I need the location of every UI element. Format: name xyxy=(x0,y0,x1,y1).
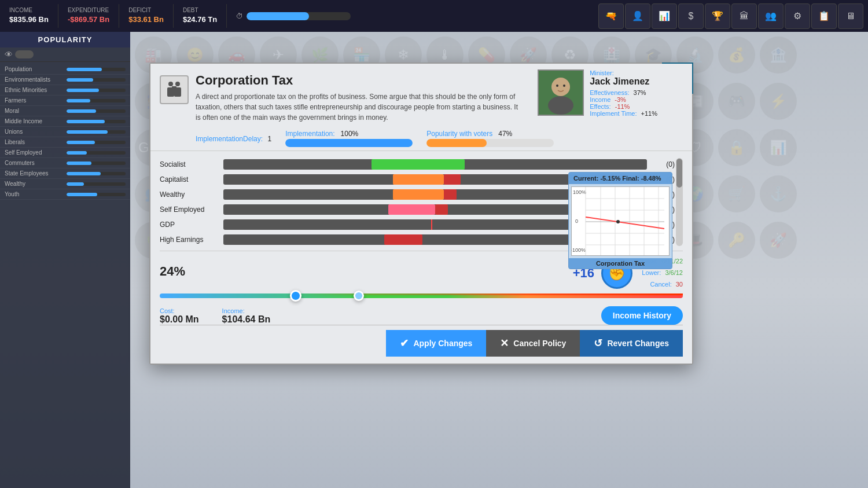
sidebar-label: State Employees xyxy=(5,170,64,177)
tooltip-chart-inner: 100% 0 -100% xyxy=(571,186,670,256)
minister-implement-time: Implement Time: +11% xyxy=(590,110,657,117)
cancel-label: Cancel Policy xyxy=(513,339,566,348)
svg-point-0 xyxy=(168,82,173,86)
minister-income-value: -3% xyxy=(615,96,626,103)
expenditure-value: -$869.57 Bn xyxy=(68,14,109,25)
implement-time-value: +11% xyxy=(641,110,657,117)
revert-icon: ↺ xyxy=(594,337,602,350)
slider-track xyxy=(160,293,683,298)
left-sidebar: POPULARITY 👁 Population Environmentalist… xyxy=(0,32,130,488)
sidebar-bar xyxy=(67,141,126,144)
sidebar-controls: 👁 xyxy=(0,47,130,62)
voter-count: (0) xyxy=(652,160,675,168)
minister-effects: Effects: -11% xyxy=(590,103,657,110)
svg-rect-2 xyxy=(167,87,174,97)
implementation-value: 100% xyxy=(341,130,359,138)
svg-line-21 xyxy=(586,217,664,229)
tooltip-footer: Corporation Tax xyxy=(569,258,672,269)
nav-gun-icon[interactable]: 🔫 xyxy=(598,3,624,29)
sidebar-item-middle-income: Middle Income xyxy=(0,116,130,127)
sidebar-item-state-employees: State Employees xyxy=(0,168,130,179)
income-history-button[interactable]: Income History xyxy=(601,306,683,325)
sidebar-label: Youth xyxy=(5,191,64,197)
voter-label: High Earnings xyxy=(160,236,223,244)
minister-income: Income -3% xyxy=(590,96,657,103)
voter-bar-indicator xyxy=(431,219,432,230)
sidebar-bar-fill xyxy=(67,172,101,175)
minister-avatar xyxy=(538,69,584,116)
voter-bar-indicator xyxy=(444,189,457,200)
sidebar-bar xyxy=(67,120,126,123)
cancel-policy-button[interactable]: ✕ Cancel Policy xyxy=(486,330,580,357)
checkmark-icon: ✔ xyxy=(400,337,409,350)
minister-effectiveness: Effectiveness: 37% xyxy=(590,89,657,96)
svg-rect-3 xyxy=(174,87,181,97)
voter-scrollbar[interactable] xyxy=(676,158,683,246)
policy-icon xyxy=(160,75,189,104)
implementation-bar xyxy=(285,139,413,147)
nav-gear-icon[interactable]: ⚙ xyxy=(785,3,810,29)
stats-panel: INCOME $835.96 Bn EXPENDITURE -$869.57 B… xyxy=(0,4,227,27)
slider-thumb-main[interactable] xyxy=(290,290,301,302)
svg-rect-4 xyxy=(172,86,176,89)
nav-screen-icon[interactable]: 🖥 xyxy=(838,3,863,29)
minister-title-label: Minister: xyxy=(590,69,657,76)
cancel-label: Cancel: xyxy=(650,281,671,288)
modal-description: A direct and proportionate tax on the pr… xyxy=(196,91,520,123)
policy-slider[interactable] xyxy=(160,290,683,302)
implementation-row: ImplementationDelay: 1 Implementation: 1… xyxy=(196,130,683,147)
sidebar-bar-fill xyxy=(67,120,105,123)
revert-changes-button[interactable]: ↺ Revert Changes xyxy=(580,330,683,357)
sidebar-item-self-employed: Self Employed xyxy=(0,148,130,158)
nav-building-icon[interactable]: 🏛 xyxy=(731,3,757,29)
sidebar-item-environmentalists: Environmentalists xyxy=(0,75,130,85)
sidebar-bar-fill xyxy=(67,99,90,102)
nav-clipboard-icon[interactable]: 📋 xyxy=(811,3,837,29)
income-value: $835.96 Bn xyxy=(9,14,49,25)
tooltip-grid-svg xyxy=(572,187,669,255)
voter-bar-indicator xyxy=(435,204,448,215)
sidebar-bar-fill xyxy=(67,130,108,134)
voter-section: Socialist (0) Capitalist (0) Wealthy xyxy=(160,158,683,246)
popularity-bar-container: Popularity with voters 47% xyxy=(426,130,554,147)
popularity-bar xyxy=(426,139,554,147)
chart-tooltip: Current: -5.15% Final: -8.48% 100% 0 -10… xyxy=(568,172,672,269)
minister-panel: Minister: Jack Jimenez Effectiveness: 37… xyxy=(538,69,657,117)
slider-thumb-secondary[interactable] xyxy=(354,291,364,301)
income-stat: INCOME $835.96 Bn xyxy=(0,4,58,27)
nav-person-icon[interactable]: 👤 xyxy=(625,3,650,29)
svg-point-22 xyxy=(616,220,620,223)
effects-label: Effects: xyxy=(590,103,610,110)
svg-point-6 xyxy=(551,78,570,96)
sidebar-toggle[interactable] xyxy=(15,50,34,58)
voter-bar-fill xyxy=(393,174,444,185)
voter-label: Self Employed xyxy=(160,206,223,214)
sidebar-items: Population Environmentalists Ethnic Mino… xyxy=(0,62,130,202)
sidebar-label: Moral xyxy=(5,108,64,114)
debt-value: $24.76 Tn xyxy=(183,14,217,25)
voter-bar-fill xyxy=(384,234,422,245)
popularity-value: 47% xyxy=(498,130,512,138)
income-value: $104.64 Bn xyxy=(222,314,271,325)
nav-group-icon[interactable]: 👥 xyxy=(758,3,784,29)
deficit-stat: DEFICIT $33.61 Bn xyxy=(119,4,174,27)
nav-chart-icon[interactable]: 📊 xyxy=(652,3,677,29)
income-block: Income: $104.64 Bn xyxy=(222,307,271,325)
lower-date: 3/6/12 xyxy=(665,269,683,276)
sidebar-label: Unions xyxy=(5,129,64,135)
voter-bar xyxy=(223,159,647,170)
timer-bar xyxy=(247,12,351,20)
top-nav-icons: 🔫 👤 📊 $ 🏆 🏛 👥 ⚙ 📋 🖥 xyxy=(598,3,868,29)
nav-dollar-icon[interactable]: $ xyxy=(678,3,704,29)
income-label: Income: xyxy=(222,307,271,314)
sidebar-label: Self Employed xyxy=(5,149,64,156)
nav-trophy-icon[interactable]: 🏆 xyxy=(705,3,730,29)
modal-footer: ✔ Apply Changes ✕ Cancel Policy ↺ Revert… xyxy=(160,325,683,357)
sidebar-header: POPULARITY xyxy=(0,32,130,47)
apply-changes-button[interactable]: ✔ Apply Changes xyxy=(386,330,486,357)
sidebar-bar-fill xyxy=(67,193,97,196)
cost-block: Cost: $0.00 Mn xyxy=(160,307,199,325)
minister-name: Jack Jimenez xyxy=(590,76,657,87)
sidebar-label: Liberals xyxy=(5,139,64,145)
sidebar-item-commuters: Commuters xyxy=(0,158,130,168)
